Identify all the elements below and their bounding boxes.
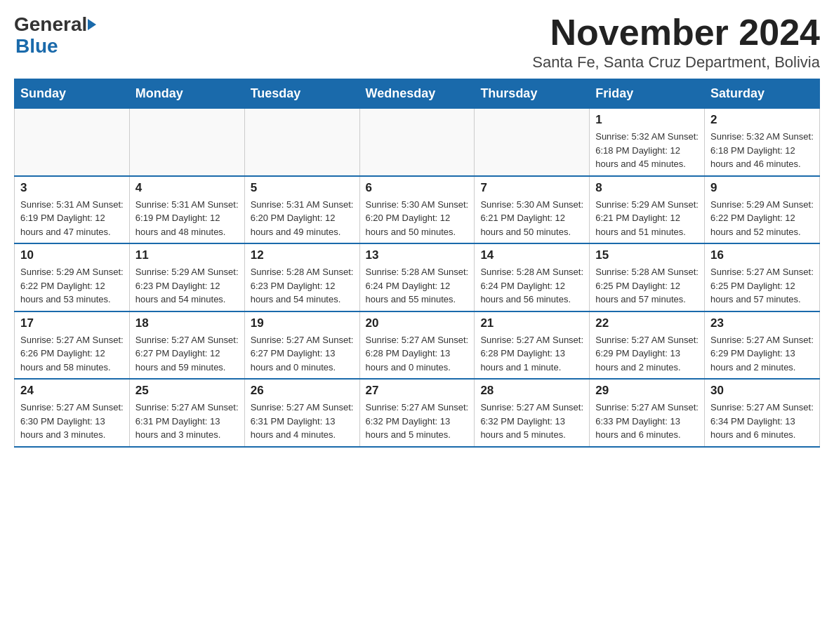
weekday-header-friday: Friday (590, 79, 705, 109)
calendar-header: SundayMondayTuesdayWednesdayThursdayFrid… (15, 79, 820, 109)
calendar-cell (15, 109, 130, 176)
calendar-cell: 8Sunrise: 5:29 AM Sunset: 6:21 PM Daylig… (590, 176, 705, 244)
day-info: Sunrise: 5:30 AM Sunset: 6:21 PM Dayligh… (480, 198, 583, 239)
day-info: Sunrise: 5:28 AM Sunset: 6:25 PM Dayligh… (595, 265, 699, 307)
calendar-week-3: 10Sunrise: 5:29 AM Sunset: 6:22 PM Dayli… (15, 243, 820, 311)
day-number: 21 (480, 316, 583, 330)
calendar-cell: 19Sunrise: 5:27 AM Sunset: 6:27 PM Dayli… (244, 311, 359, 380)
weekday-header-sunday: Sunday (15, 79, 130, 109)
calendar-cell: 13Sunrise: 5:28 AM Sunset: 6:24 PM Dayli… (359, 243, 475, 311)
calendar-cell: 26Sunrise: 5:27 AM Sunset: 6:31 PM Dayli… (244, 379, 359, 447)
day-info: Sunrise: 5:29 AM Sunset: 6:22 PM Dayligh… (710, 198, 814, 239)
calendar-cell: 1Sunrise: 5:32 AM Sunset: 6:18 PM Daylig… (590, 109, 705, 176)
day-info: Sunrise: 5:27 AM Sunset: 6:25 PM Dayligh… (710, 265, 814, 307)
day-info: Sunrise: 5:31 AM Sunset: 6:20 PM Dayligh… (251, 198, 354, 239)
calendar-cell: 25Sunrise: 5:27 AM Sunset: 6:31 PM Dayli… (129, 379, 244, 447)
day-number: 6 (366, 181, 469, 195)
day-number: 7 (480, 181, 583, 195)
calendar-cell: 11Sunrise: 5:29 AM Sunset: 6:23 PM Dayli… (129, 243, 244, 311)
calendar-cell: 2Sunrise: 5:32 AM Sunset: 6:18 PM Daylig… (705, 109, 820, 176)
calendar-cell: 29Sunrise: 5:27 AM Sunset: 6:33 PM Dayli… (590, 379, 705, 447)
calendar-body: 1Sunrise: 5:32 AM Sunset: 6:18 PM Daylig… (15, 109, 820, 447)
day-info: Sunrise: 5:31 AM Sunset: 6:19 PM Dayligh… (20, 198, 124, 239)
calendar-cell (244, 109, 359, 176)
calendar-cell: 14Sunrise: 5:28 AM Sunset: 6:24 PM Dayli… (475, 243, 590, 311)
day-number: 14 (480, 248, 583, 262)
day-number: 23 (710, 316, 814, 330)
logo-general: General (14, 14, 87, 36)
calendar-cell: 23Sunrise: 5:27 AM Sunset: 6:29 PM Dayli… (705, 311, 820, 380)
logo-blue: Blue (15, 35, 58, 57)
calendar-cell: 9Sunrise: 5:29 AM Sunset: 6:22 PM Daylig… (705, 176, 820, 244)
calendar-cell: 24Sunrise: 5:27 AM Sunset: 6:30 PM Dayli… (15, 379, 130, 447)
day-number: 20 (366, 316, 469, 330)
day-number: 22 (595, 316, 699, 330)
day-info: Sunrise: 5:27 AM Sunset: 6:31 PM Dayligh… (251, 401, 354, 442)
day-number: 12 (251, 248, 354, 262)
day-info: Sunrise: 5:27 AM Sunset: 6:32 PM Dayligh… (366, 401, 469, 442)
day-number: 8 (595, 181, 699, 195)
day-number: 19 (251, 316, 354, 330)
day-info: Sunrise: 5:31 AM Sunset: 6:19 PM Dayligh… (135, 198, 239, 239)
day-number: 9 (710, 181, 814, 195)
page-title: November 2024 (532, 14, 820, 51)
day-number: 13 (366, 248, 469, 262)
day-info: Sunrise: 5:29 AM Sunset: 6:22 PM Dayligh… (20, 265, 124, 307)
weekday-header-tuesday: Tuesday (244, 79, 359, 109)
day-info: Sunrise: 5:27 AM Sunset: 6:28 PM Dayligh… (480, 333, 583, 375)
day-number: 25 (135, 384, 239, 398)
day-number: 4 (135, 181, 239, 195)
day-info: Sunrise: 5:27 AM Sunset: 6:30 PM Dayligh… (20, 401, 124, 442)
calendar-cell (129, 109, 244, 176)
weekday-header-monday: Monday (129, 79, 244, 109)
calendar-week-2: 3Sunrise: 5:31 AM Sunset: 6:19 PM Daylig… (15, 176, 820, 244)
calendar-cell: 3Sunrise: 5:31 AM Sunset: 6:19 PM Daylig… (15, 176, 130, 244)
day-number: 15 (595, 248, 699, 262)
calendar-cell: 21Sunrise: 5:27 AM Sunset: 6:28 PM Dayli… (475, 311, 590, 380)
calendar-cell: 5Sunrise: 5:31 AM Sunset: 6:20 PM Daylig… (244, 176, 359, 244)
day-info: Sunrise: 5:28 AM Sunset: 6:23 PM Dayligh… (251, 265, 354, 307)
day-number: 16 (710, 248, 814, 262)
day-number: 24 (20, 384, 124, 398)
calendar-cell: 15Sunrise: 5:28 AM Sunset: 6:25 PM Dayli… (590, 243, 705, 311)
day-info: Sunrise: 5:27 AM Sunset: 6:26 PM Dayligh… (20, 333, 124, 375)
day-info: Sunrise: 5:27 AM Sunset: 6:32 PM Dayligh… (480, 401, 583, 442)
day-info: Sunrise: 5:27 AM Sunset: 6:27 PM Dayligh… (135, 333, 239, 375)
day-info: Sunrise: 5:29 AM Sunset: 6:21 PM Dayligh… (595, 198, 699, 239)
day-number: 1 (595, 113, 699, 127)
calendar-week-1: 1Sunrise: 5:32 AM Sunset: 6:18 PM Daylig… (15, 109, 820, 176)
day-info: Sunrise: 5:27 AM Sunset: 6:29 PM Dayligh… (710, 333, 814, 375)
day-info: Sunrise: 5:32 AM Sunset: 6:18 PM Dayligh… (595, 130, 699, 171)
day-number: 26 (251, 384, 354, 398)
calendar-cell: 20Sunrise: 5:27 AM Sunset: 6:28 PM Dayli… (359, 311, 475, 380)
calendar-cell: 17Sunrise: 5:27 AM Sunset: 6:26 PM Dayli… (15, 311, 130, 380)
day-info: Sunrise: 5:27 AM Sunset: 6:34 PM Dayligh… (710, 401, 814, 442)
day-info: Sunrise: 5:32 AM Sunset: 6:18 PM Dayligh… (710, 130, 814, 171)
calendar-cell: 16Sunrise: 5:27 AM Sunset: 6:25 PM Dayli… (705, 243, 820, 311)
calendar-table: SundayMondayTuesdayWednesdayThursdayFrid… (14, 79, 820, 448)
day-number: 27 (366, 384, 469, 398)
day-info: Sunrise: 5:30 AM Sunset: 6:20 PM Dayligh… (366, 198, 469, 239)
day-info: Sunrise: 5:28 AM Sunset: 6:24 PM Dayligh… (480, 265, 583, 307)
calendar-cell: 12Sunrise: 5:28 AM Sunset: 6:23 PM Dayli… (244, 243, 359, 311)
logo-triangle-icon (88, 19, 96, 30)
day-number: 10 (20, 248, 124, 262)
logo: General Blue (14, 14, 96, 58)
day-number: 11 (135, 248, 239, 262)
calendar-week-5: 24Sunrise: 5:27 AM Sunset: 6:30 PM Dayli… (15, 379, 820, 447)
header: General Blue November 2024 Santa Fe, San… (14, 14, 820, 72)
calendar-cell: 10Sunrise: 5:29 AM Sunset: 6:22 PM Dayli… (15, 243, 130, 311)
day-number: 3 (20, 181, 124, 195)
day-info: Sunrise: 5:27 AM Sunset: 6:33 PM Dayligh… (595, 401, 699, 442)
weekday-header-thursday: Thursday (475, 79, 590, 109)
calendar-cell: 22Sunrise: 5:27 AM Sunset: 6:29 PM Dayli… (590, 311, 705, 380)
day-info: Sunrise: 5:29 AM Sunset: 6:23 PM Dayligh… (135, 265, 239, 307)
day-number: 29 (595, 384, 699, 398)
calendar-cell: 27Sunrise: 5:27 AM Sunset: 6:32 PM Dayli… (359, 379, 475, 447)
calendar-cell: 7Sunrise: 5:30 AM Sunset: 6:21 PM Daylig… (475, 176, 590, 244)
calendar-week-4: 17Sunrise: 5:27 AM Sunset: 6:26 PM Dayli… (15, 311, 820, 380)
day-number: 17 (20, 316, 124, 330)
day-info: Sunrise: 5:27 AM Sunset: 6:28 PM Dayligh… (366, 333, 469, 375)
calendar-cell (359, 109, 475, 176)
weekday-header-saturday: Saturday (705, 79, 820, 109)
